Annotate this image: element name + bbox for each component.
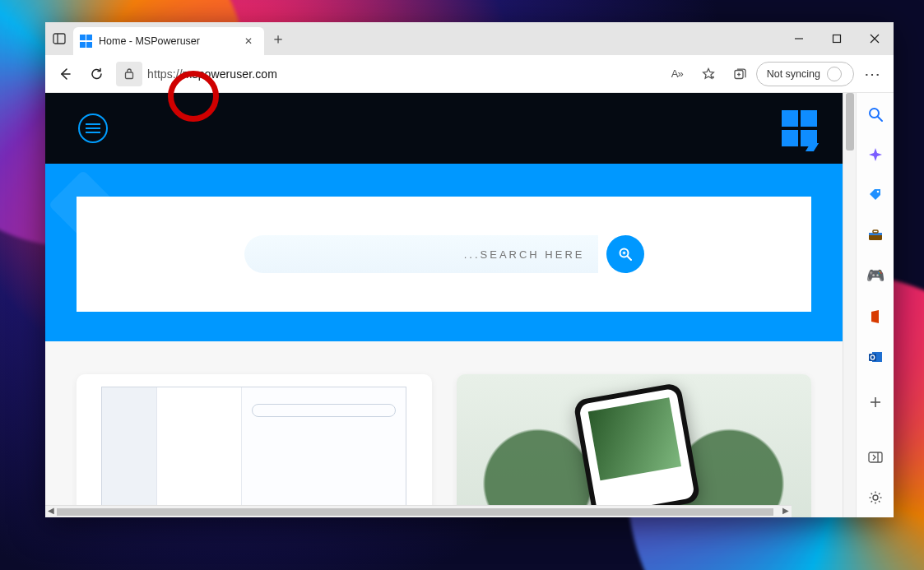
svg-line-18 — [878, 117, 882, 121]
edge-sidebar: 🎮 — [856, 93, 894, 517]
plus-icon — [869, 396, 882, 409]
content-row: ◀ ▶ — [45, 93, 894, 517]
desktop-wallpaper: Home - MSPoweruser ✕ ＋ — [0, 0, 924, 570]
new-tab-button[interactable]: ＋ — [264, 22, 292, 55]
article-thumbnail — [101, 387, 406, 517]
panel-collapse-icon — [868, 452, 883, 463]
article-cards — [45, 341, 843, 517]
tab-actions-button[interactable] — [45, 22, 73, 55]
favorites-button[interactable] — [694, 59, 723, 89]
hamburger-icon — [86, 123, 100, 133]
svg-line-14 — [627, 257, 631, 261]
url-host: mspoweruser.com — [183, 67, 277, 81]
collections-button[interactable] — [725, 59, 755, 89]
svg-line-37 — [879, 494, 880, 494]
browser-tab[interactable]: Home - MSPoweruser ✕ — [73, 27, 264, 55]
article-card[interactable] — [457, 374, 812, 517]
svg-rect-3 — [833, 35, 841, 43]
sidebar-outlook-button[interactable] — [862, 344, 889, 369]
toolbar-right-icons: A» Not syncing — [662, 59, 854, 89]
svg-line-35 — [871, 494, 871, 494]
window-controls — [780, 22, 894, 55]
search-plus-icon — [617, 246, 634, 262]
horizontal-scrollbar[interactable]: ◀ ▶ — [45, 505, 792, 517]
webpage-content — [45, 93, 843, 505]
read-aloud-button[interactable]: A» — [662, 59, 692, 89]
browser-toolbar: https://mspoweruser.com A» Not syncing ⋯ — [45, 55, 894, 93]
page-viewport: ◀ ▶ — [45, 93, 843, 517]
search-panel — [77, 197, 811, 312]
sync-label: Not syncing — [767, 68, 820, 80]
search-icon — [867, 106, 884, 123]
tab-close-button[interactable]: ✕ — [241, 35, 256, 47]
scroll-left-button[interactable]: ◀ — [45, 506, 57, 517]
svg-point-30 — [873, 495, 878, 500]
shopping-tag-icon — [868, 188, 883, 202]
profile-sync-chip[interactable]: Not syncing — [756, 62, 854, 86]
svg-line-36 — [879, 501, 880, 502]
sidebar-shopping-button[interactable] — [862, 182, 889, 207]
tab-title: Home - MSPoweruser — [99, 35, 200, 47]
site-logo-icon[interactable] — [782, 110, 818, 146]
settings-and-more-button[interactable]: ⋯ — [856, 59, 889, 89]
svg-point-19 — [876, 191, 879, 193]
address-bar[interactable]: https://mspoweruser.com — [144, 60, 661, 88]
profile-avatar — [827, 67, 842, 81]
site-menu-button[interactable] — [78, 114, 108, 143]
window-maximize-button[interactable] — [818, 22, 856, 55]
svg-rect-22 — [873, 230, 878, 233]
svg-rect-7 — [126, 72, 133, 79]
article-thumbnail — [474, 382, 793, 518]
article-card[interactable] — [77, 374, 432, 517]
window-minimize-button[interactable] — [780, 22, 818, 55]
outlook-icon — [868, 350, 883, 364]
svg-line-38 — [871, 501, 871, 502]
edge-browser-window: Home - MSPoweruser ✕ ＋ — [45, 22, 894, 517]
browser-titlebar: Home - MSPoweruser ✕ ＋ — [45, 22, 894, 55]
site-header — [45, 93, 843, 164]
tab-favicon-icon — [80, 35, 93, 48]
lock-icon — [123, 67, 135, 80]
url-scheme: https:// — [147, 67, 183, 81]
back-button[interactable] — [50, 59, 80, 89]
site-info-lock-button[interactable] — [116, 62, 142, 86]
office-icon — [869, 309, 882, 324]
toolbox-icon — [868, 229, 883, 241]
refresh-button[interactable] — [81, 59, 111, 89]
scroll-right-button[interactable]: ▶ — [780, 506, 792, 517]
sidebar-office-button[interactable] — [862, 304, 889, 329]
site-search-input[interactable] — [244, 235, 598, 273]
sidebar-add-button[interactable] — [862, 389, 889, 415]
sidebar-games-button[interactable]: 🎮 — [862, 263, 889, 289]
vscroll-thumb[interactable] — [846, 93, 854, 151]
sidebar-discover-button[interactable] — [862, 141, 889, 167]
sidebar-settings-button[interactable] — [862, 485, 889, 511]
sparkle-icon — [868, 147, 883, 162]
games-icon: 🎮 — [866, 266, 885, 285]
sidebar-collapse-button[interactable] — [862, 445, 889, 470]
window-close-button[interactable] — [856, 22, 894, 55]
sidebar-tools-button[interactable] — [862, 223, 889, 248]
svg-rect-0 — [53, 34, 65, 44]
site-search-button[interactable] — [606, 235, 644, 273]
vertical-scrollbar[interactable] — [843, 93, 856, 517]
search-hero — [45, 164, 843, 341]
gear-icon — [868, 490, 883, 505]
sidebar-search-button[interactable] — [862, 101, 889, 127]
hscroll-thumb[interactable] — [57, 508, 773, 516]
